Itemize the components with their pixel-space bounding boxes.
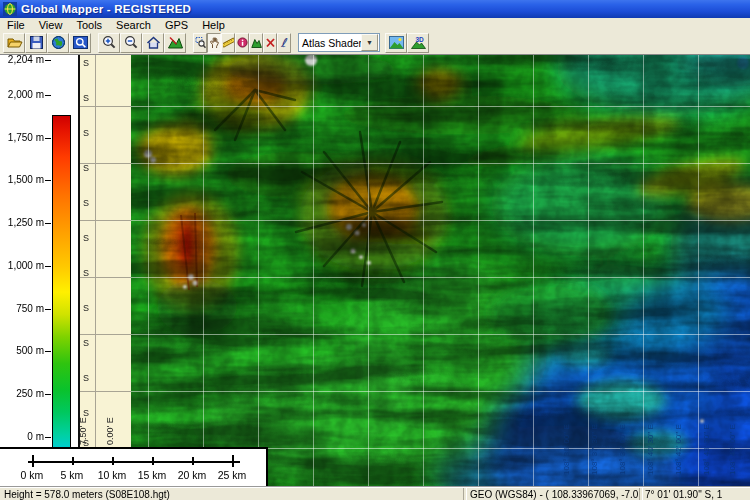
legend-tick-mark (45, 351, 51, 352)
scale-tick (192, 457, 194, 465)
3d-view-button[interactable]: 3D (407, 33, 429, 53)
status-projection-readout: GEO (WGS84) - ( 108.33967069, -7.0171936… (470, 489, 638, 500)
legend-tick-label: 2,000 m (0, 89, 44, 100)
latitude-label: S (83, 303, 89, 313)
longitude-label: 0.00' E (105, 417, 115, 445)
landscape-image-icon (388, 35, 405, 50)
latitude-label: S (83, 338, 89, 348)
digitizer-tool-button[interactable]: ℓ (277, 33, 291, 53)
floppy-disk-icon (28, 35, 45, 50)
scale-tick (112, 457, 114, 465)
latitude-label: S (83, 93, 89, 103)
file-toolbar-group (3, 33, 91, 53)
legend-tick-mark (45, 60, 51, 61)
menu-bar: FileViewToolsSearchGPSHelp (0, 18, 750, 31)
pan-tool-button[interactable] (207, 33, 221, 53)
scale-tick (232, 455, 234, 467)
menu-tools[interactable]: Tools (69, 19, 109, 31)
scale-tick (72, 457, 74, 465)
legend-tick-label: 0 m (0, 431, 44, 442)
legend-tick-mark (45, 138, 51, 139)
shader-selector[interactable]: Atlas Shader ▼ (298, 33, 380, 52)
scale-label: 15 km (134, 469, 170, 481)
open-folder-icon (6, 35, 23, 50)
show-images-button[interactable] (385, 33, 407, 53)
status-separator (639, 488, 643, 500)
menu-view[interactable]: View (32, 19, 70, 31)
legend-tick-mark (45, 180, 51, 181)
legend-tick-label: 1,000 m (0, 260, 44, 271)
toolbar: ℓ Atlas Shader ▼ 3D (0, 31, 750, 54)
hand-icon (209, 36, 220, 49)
capture-screen-button[interactable] (69, 33, 91, 53)
zoom-tool-button[interactable] (193, 33, 207, 53)
red-x-icon (265, 36, 276, 49)
feature-info-tool-button[interactable] (235, 33, 249, 53)
save-button[interactable] (25, 33, 47, 53)
latitude-label: S (83, 198, 89, 208)
shader-selector-value: Atlas Shader (299, 37, 361, 49)
ruler-icon (223, 36, 234, 49)
collar-grid-line (80, 391, 131, 392)
tools-toolbar-group: ℓ (193, 33, 291, 53)
scale-label: 20 km (174, 469, 210, 481)
zoom-in-button[interactable] (98, 33, 120, 53)
latitude-label: S (83, 128, 89, 138)
script-pen-icon: ℓ (279, 36, 290, 49)
menu-gps[interactable]: GPS (158, 19, 195, 31)
zoom-in-icon (101, 35, 118, 50)
legend-tick-label: 750 m (0, 303, 44, 314)
collar-grid-line (80, 334, 131, 335)
latitude-label: S (83, 163, 89, 173)
home-icon (145, 35, 162, 50)
measure-tool-button[interactable] (221, 33, 235, 53)
svg-text:ℓ: ℓ (280, 36, 288, 49)
longitude-label: 7.50' E (78, 417, 88, 445)
mountain-arrow-icon (167, 35, 184, 50)
open-file-button[interactable] (3, 33, 25, 53)
globe-icon (50, 35, 67, 50)
zoom-box-icon (195, 36, 206, 49)
latitude-label: S (83, 268, 89, 278)
legend-tick-label: 1,500 m (0, 174, 44, 185)
scale-tick (32, 455, 34, 467)
scale-label: 10 km (94, 469, 130, 481)
legend-tick-mark (45, 394, 51, 395)
zoom-out-button[interactable] (120, 33, 142, 53)
clear-selection-button[interactable] (263, 33, 277, 53)
svg-text:3D: 3D (415, 36, 424, 43)
screen-magnifier-icon (72, 35, 89, 50)
path-profile-tool-button[interactable] (249, 33, 263, 53)
full-view-button[interactable] (142, 33, 164, 53)
legend-tick-label: 500 m (0, 345, 44, 356)
app-icon (3, 2, 17, 16)
title-bar[interactable]: Global Mapper - REGISTERED (0, 0, 750, 18)
map-view[interactable] (131, 55, 750, 487)
scale-label: 5 km (54, 469, 90, 481)
info-icon (237, 36, 248, 49)
elevation-raster (131, 55, 750, 487)
legend-tick-mark (45, 223, 51, 224)
elevation-legend: 2,204 m2,000 m1,750 m1,500 m1,250 m1,000… (0, 55, 78, 487)
chevron-down-icon[interactable]: ▼ (361, 34, 378, 51)
menu-search[interactable]: Search (109, 19, 158, 31)
download-online-data-button[interactable] (47, 33, 69, 53)
status-height-readout: Height = 578.0 meters (S08E108.hgt) (4, 489, 170, 500)
status-coordinate-readout: 7° 01' 01.90" S, 1 (645, 489, 750, 500)
latitude-label: S (83, 233, 89, 243)
scale-tick (152, 457, 154, 465)
menu-help[interactable]: Help (195, 19, 232, 31)
elevation-color-bar (52, 115, 71, 492)
legend-tick-label: 1,750 m (0, 132, 44, 143)
window-title: Global Mapper - REGISTERED (21, 3, 191, 15)
collar-grid-line (80, 106, 131, 107)
zoom-out-icon (123, 35, 140, 50)
collar-grid-line (80, 220, 131, 221)
scale-bar: 0 km5 km10 km15 km20 km25 km (0, 447, 268, 487)
profile-mountain-icon (251, 36, 262, 49)
zoom-to-scale-button[interactable] (164, 33, 186, 53)
menu-file[interactable]: File (0, 19, 32, 31)
global-mapper-window: Global Mapper - REGISTERED FileViewTools… (0, 0, 750, 500)
latitude-label: S (83, 58, 89, 68)
legend-tick-label: 2,204 m (0, 54, 44, 65)
